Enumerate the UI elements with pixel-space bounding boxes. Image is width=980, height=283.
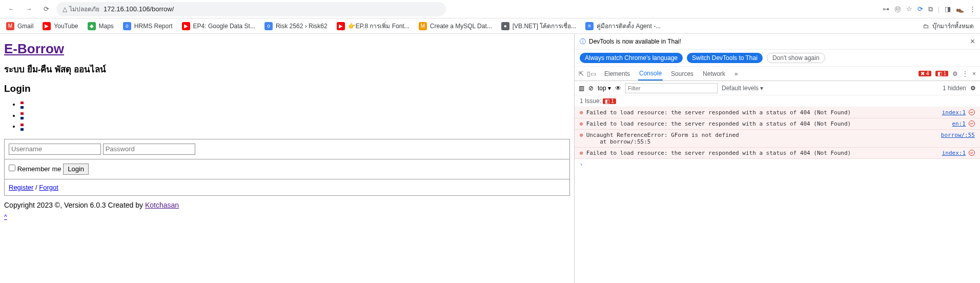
- security-chip[interactable]: △ ไม่ปลอดภัย: [63, 4, 99, 14]
- lang-item[interactable]: [21, 100, 570, 109]
- console-message[interactable]: ⊗ Uncaught ReferenceError: GForm is not …: [575, 130, 980, 148]
- issue-badge[interactable]: ◧ 1: [935, 71, 948, 76]
- warning-icon: △: [63, 6, 67, 13]
- forgot-link[interactable]: Forgot: [39, 184, 58, 191]
- security-text: ไม่ปลอดภัย: [69, 4, 99, 14]
- menu-icon[interactable]: ⋮: [969, 5, 976, 13]
- source-link[interactable]: index:1: [942, 109, 966, 116]
- login-heading: Login: [4, 83, 570, 94]
- toolbar-right: ⊶ ㊞ ☆ ⟳ ⧉ | ◨ 👞 ⋮: [883, 5, 976, 14]
- translate-icon[interactable]: ㊞: [894, 5, 901, 14]
- panel-icon[interactable]: ◨: [945, 5, 951, 13]
- tab-console[interactable]: Console: [638, 67, 663, 80]
- console-prompt[interactable]: ›: [575, 159, 980, 170]
- tab-more[interactable]: »: [733, 67, 739, 80]
- bookmarks-bar: MGmail ▶YouTube ◆Maps oHRMS Report ▶EP4:…: [0, 18, 980, 34]
- login-button[interactable]: Login: [63, 164, 89, 175]
- console-output: ⊗ Failed to load resource: the server re…: [575, 107, 980, 283]
- login-form: Remember me Login Register / Forgot: [4, 139, 570, 196]
- page-content: E-Borrow ระบบ ยืม-คืน พัสดุ ออนไลน์ Logi…: [0, 34, 574, 283]
- error-icon: ⊗: [580, 120, 583, 127]
- flag-icon: [21, 124, 24, 131]
- address-bar[interactable]: △ ไม่ปลอดภัย 172.16.100.106/borrow/: [56, 2, 446, 16]
- remember-checkbox[interactable]: [9, 165, 15, 171]
- bookmark-ep4[interactable]: ▶EP4: Google Data St...: [182, 22, 255, 30]
- extensions-icon[interactable]: ⧉: [928, 5, 933, 13]
- sync-icon[interactable]: ⟳: [917, 5, 923, 13]
- console-message[interactable]: ⊗ Failed to load resource: the server re…: [575, 107, 980, 118]
- gear-icon[interactable]: ⚙: [952, 70, 958, 77]
- bookmark-ep8[interactable]: ▶👉EP.8 การเพิ่ม Font...: [337, 21, 410, 31]
- browser-toolbar: ← → ⟳ △ ไม่ปลอดภัย 172.16.100.106/borrow…: [0, 0, 980, 18]
- language-list: [21, 100, 570, 131]
- wrap-icon: ↩: [969, 150, 975, 156]
- context-select[interactable]: top ▾: [598, 85, 611, 92]
- device-icon[interactable]: ▯▭: [587, 70, 596, 77]
- tagline: ระบบ ยืม-คืน พัสดุ ออนไลน์: [4, 62, 570, 76]
- kebab-icon[interactable]: ⋮: [962, 70, 968, 77]
- gear-icon[interactable]: ⚙: [970, 85, 976, 92]
- password-input[interactable]: [103, 144, 195, 155]
- tab-network[interactable]: Network: [702, 67, 726, 80]
- bookmark-maps[interactable]: ◆Maps: [88, 22, 114, 30]
- clear-console-icon[interactable]: ⊘: [588, 85, 594, 92]
- bookmark-youtube[interactable]: ▶YouTube: [43, 22, 78, 30]
- folder-icon: 🗀: [923, 23, 929, 30]
- profile-icon[interactable]: 👞: [956, 5, 964, 13]
- wrap-icon: ↩: [969, 109, 975, 115]
- author-link[interactable]: Kotchasan: [145, 201, 179, 209]
- tab-elements[interactable]: Elements: [603, 67, 631, 80]
- back-button[interactable]: ←: [4, 2, 18, 16]
- url-text: 172.16.100.106/borrow/: [104, 5, 174, 13]
- bookmark-vbnet[interactable]: ●[VB.NET] โค้ดการเชื่อ...: [501, 21, 576, 31]
- devtools-close-icon[interactable]: ×: [972, 70, 976, 77]
- footer: Copyright 2023 ©, Version 6.0.3 Created …: [4, 201, 570, 209]
- inspect-icon[interactable]: ⇱: [579, 70, 584, 77]
- register-link[interactable]: Register: [9, 184, 33, 191]
- bookmark-risk[interactable]: oRisk 2562 › Risk62: [264, 22, 328, 30]
- scroll-top[interactable]: ^: [4, 213, 7, 220]
- devtools-tabs: ⇱ ▯▭ Elements Console Sources Network » …: [575, 67, 980, 81]
- forward-button[interactable]: →: [22, 2, 36, 16]
- brand-link[interactable]: E-Borrow: [4, 41, 64, 56]
- error-icon: ⊗: [580, 109, 583, 116]
- devtools-info-bar: ⓘ DevTools is now available in Thai! ×: [575, 34, 980, 50]
- source-link[interactable]: index:1: [942, 150, 966, 156]
- all-bookmarks[interactable]: 🗀บุ๊กมาร์กทั้งหมด: [923, 21, 974, 31]
- lang-item[interactable]: [21, 123, 570, 131]
- pill-always-match[interactable]: Always match Chrome's language: [580, 53, 683, 63]
- bookmark-gmail[interactable]: MGmail: [6, 22, 33, 30]
- pill-switch-thai[interactable]: Switch DevTools to Thai: [687, 53, 763, 63]
- key-icon[interactable]: ⊶: [883, 5, 889, 13]
- error-icon: ⊗: [580, 150, 583, 156]
- error-icon: ⊗: [580, 132, 583, 145]
- bookmark-hrms[interactable]: oHRMS Report: [123, 22, 173, 30]
- error-badge[interactable]: ✖ 4: [918, 71, 931, 76]
- bookmark-agent[interactable]: ≡คู่มือการติดตั้ง Agent -...: [585, 21, 661, 31]
- console-message[interactable]: ⊗ Failed to load resource: the server re…: [575, 148, 980, 159]
- source-link[interactable]: en:1: [952, 120, 966, 127]
- info-text: DevTools is now available in Thai!: [589, 38, 681, 45]
- filter-input[interactable]: [625, 83, 718, 93]
- username-input[interactable]: [9, 144, 101, 155]
- lang-item[interactable]: [21, 112, 570, 120]
- flag-icon: [21, 102, 24, 109]
- flag-icon: [21, 112, 24, 119]
- pill-dont-show[interactable]: Don't show again: [767, 53, 825, 63]
- reload-button[interactable]: ⟳: [39, 2, 53, 16]
- close-icon[interactable]: ×: [970, 37, 975, 46]
- sidebar-toggle-icon[interactable]: ▥: [579, 85, 584, 92]
- source-link[interactable]: borrow/:55: [941, 132, 975, 145]
- levels-select[interactable]: Default levels ▾: [722, 85, 763, 92]
- info-icon: ⓘ: [580, 37, 586, 46]
- bookmark-mysql[interactable]: MCreate a MySQL Dat...: [419, 22, 492, 30]
- remember-label[interactable]: Remember me: [9, 165, 62, 173]
- devtools-lang-pills: Always match Chrome's language Switch De…: [575, 50, 980, 67]
- star-icon[interactable]: ☆: [906, 5, 912, 13]
- eye-icon[interactable]: 👁: [615, 85, 621, 92]
- console-message[interactable]: ⊗ Failed to load resource: the server re…: [575, 118, 980, 130]
- console-filter-bar: ▥ ⊘ top ▾ 👁 Default levels ▾ 1 hidden ⚙: [575, 81, 980, 95]
- issue-row[interactable]: 1 Issue: ◧ 1: [575, 95, 980, 107]
- hidden-count[interactable]: 1 hidden: [943, 85, 966, 92]
- tab-sources[interactable]: Sources: [670, 67, 695, 80]
